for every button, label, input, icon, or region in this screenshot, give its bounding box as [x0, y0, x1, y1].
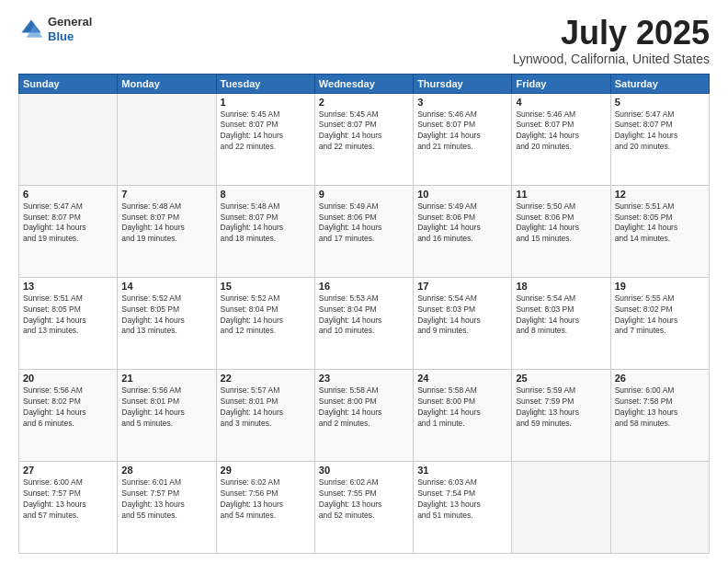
- calendar-cell: 19Sunrise: 5:55 AM Sunset: 8:02 PM Dayli…: [610, 277, 709, 369]
- weekday-header-sunday: Sunday: [19, 74, 118, 93]
- calendar-cell: 24Sunrise: 5:58 AM Sunset: 8:00 PM Dayli…: [414, 369, 512, 461]
- week-row-5: 27Sunrise: 6:00 AM Sunset: 7:57 PM Dayli…: [19, 461, 710, 553]
- calendar-cell: 20Sunrise: 5:56 AM Sunset: 8:02 PM Dayli…: [19, 369, 118, 461]
- weekday-header-row: SundayMondayTuesdayWednesdayThursdayFrid…: [19, 74, 710, 93]
- calendar-cell: 17Sunrise: 5:54 AM Sunset: 8:03 PM Dayli…: [414, 277, 512, 369]
- day-info: Sunrise: 5:45 AM Sunset: 8:07 PM Dayligh…: [319, 109, 409, 154]
- week-row-4: 20Sunrise: 5:56 AM Sunset: 8:02 PM Dayli…: [19, 369, 710, 461]
- day-number: 3: [417, 97, 507, 108]
- calendar-cell: [19, 93, 118, 185]
- day-number: 20: [23, 373, 113, 384]
- calendar-cell: 22Sunrise: 5:57 AM Sunset: 8:01 PM Dayli…: [216, 369, 314, 461]
- day-number: 8: [221, 189, 311, 200]
- day-number: 4: [516, 97, 606, 108]
- day-info: Sunrise: 6:03 AM Sunset: 7:54 PM Dayligh…: [417, 477, 507, 522]
- day-info: Sunrise: 5:56 AM Sunset: 8:01 PM Dayligh…: [121, 385, 211, 430]
- calendar-cell: 21Sunrise: 5:56 AM Sunset: 8:01 PM Dayli…: [118, 369, 216, 461]
- day-info: Sunrise: 5:52 AM Sunset: 8:04 PM Dayligh…: [221, 293, 311, 338]
- day-number: 21: [121, 373, 211, 384]
- day-info: Sunrise: 5:56 AM Sunset: 8:02 PM Dayligh…: [23, 385, 113, 430]
- day-info: Sunrise: 5:50 AM Sunset: 8:06 PM Dayligh…: [516, 201, 606, 246]
- day-number: 24: [417, 373, 507, 384]
- calendar-cell: 14Sunrise: 5:52 AM Sunset: 8:05 PM Dayli…: [118, 277, 216, 369]
- week-row-2: 6Sunrise: 5:47 AM Sunset: 8:07 PM Daylig…: [19, 185, 710, 277]
- day-info: Sunrise: 6:00 AM Sunset: 7:58 PM Dayligh…: [615, 385, 705, 430]
- day-number: 18: [516, 281, 606, 292]
- day-number: 11: [516, 189, 606, 200]
- calendar-cell: 15Sunrise: 5:52 AM Sunset: 8:04 PM Dayli…: [216, 277, 314, 369]
- calendar-cell: 28Sunrise: 6:01 AM Sunset: 7:57 PM Dayli…: [118, 461, 216, 553]
- calendar-cell: [118, 93, 216, 185]
- week-row-3: 13Sunrise: 5:51 AM Sunset: 8:05 PM Dayli…: [19, 277, 710, 369]
- day-info: Sunrise: 6:01 AM Sunset: 7:57 PM Dayligh…: [121, 477, 211, 522]
- calendar-cell: 26Sunrise: 6:00 AM Sunset: 7:58 PM Dayli…: [610, 369, 709, 461]
- day-number: 13: [23, 281, 113, 292]
- calendar-cell: 3Sunrise: 5:46 AM Sunset: 8:07 PM Daylig…: [414, 93, 512, 185]
- day-number: 19: [615, 281, 705, 292]
- calendar-cell: 12Sunrise: 5:51 AM Sunset: 8:05 PM Dayli…: [610, 185, 709, 277]
- calendar-cell: 25Sunrise: 5:59 AM Sunset: 7:59 PM Dayli…: [512, 369, 610, 461]
- day-info: Sunrise: 5:54 AM Sunset: 8:03 PM Dayligh…: [417, 293, 507, 338]
- calendar-cell: 2Sunrise: 5:45 AM Sunset: 8:07 PM Daylig…: [314, 93, 413, 185]
- weekday-header-wednesday: Wednesday: [314, 74, 413, 93]
- day-info: Sunrise: 5:51 AM Sunset: 8:05 PM Dayligh…: [615, 201, 705, 246]
- calendar-cell: 29Sunrise: 6:02 AM Sunset: 7:56 PM Dayli…: [216, 461, 314, 553]
- calendar-cell: 8Sunrise: 5:48 AM Sunset: 8:07 PM Daylig…: [216, 185, 314, 277]
- calendar-cell: 16Sunrise: 5:53 AM Sunset: 8:04 PM Dayli…: [314, 277, 413, 369]
- day-number: 26: [615, 373, 705, 384]
- day-info: Sunrise: 5:49 AM Sunset: 8:06 PM Dayligh…: [417, 201, 507, 246]
- day-info: Sunrise: 5:48 AM Sunset: 8:07 PM Dayligh…: [221, 201, 311, 246]
- logo-text: General Blue: [48, 15, 92, 43]
- day-number: 25: [516, 373, 606, 384]
- day-info: Sunrise: 5:54 AM Sunset: 8:03 PM Dayligh…: [516, 293, 606, 338]
- weekday-header-friday: Friday: [512, 74, 610, 93]
- day-info: Sunrise: 5:46 AM Sunset: 8:07 PM Dayligh…: [417, 109, 507, 154]
- calendar-cell: 4Sunrise: 5:46 AM Sunset: 8:07 PM Daylig…: [512, 93, 610, 185]
- day-info: Sunrise: 5:58 AM Sunset: 8:00 PM Dayligh…: [417, 385, 507, 430]
- calendar-cell: 7Sunrise: 5:48 AM Sunset: 8:07 PM Daylig…: [118, 185, 216, 277]
- calendar-table: SundayMondayTuesdayWednesdayThursdayFrid…: [18, 74, 710, 554]
- week-row-1: 1Sunrise: 5:45 AM Sunset: 8:07 PM Daylig…: [19, 93, 710, 185]
- day-info: Sunrise: 5:59 AM Sunset: 7:59 PM Dayligh…: [516, 385, 606, 430]
- day-number: 2: [319, 97, 409, 108]
- calendar-cell: [610, 461, 709, 553]
- calendar-cell: 18Sunrise: 5:54 AM Sunset: 8:03 PM Dayli…: [512, 277, 610, 369]
- calendar-cell: 23Sunrise: 5:58 AM Sunset: 8:00 PM Dayli…: [314, 369, 413, 461]
- day-number: 9: [319, 189, 409, 200]
- day-info: Sunrise: 5:57 AM Sunset: 8:01 PM Dayligh…: [221, 385, 311, 430]
- day-info: Sunrise: 5:46 AM Sunset: 8:07 PM Dayligh…: [516, 109, 606, 154]
- day-info: Sunrise: 6:00 AM Sunset: 7:57 PM Dayligh…: [23, 477, 113, 522]
- day-info: Sunrise: 5:53 AM Sunset: 8:04 PM Dayligh…: [319, 293, 409, 338]
- weekday-header-tuesday: Tuesday: [216, 74, 314, 93]
- day-info: Sunrise: 5:47 AM Sunset: 8:07 PM Dayligh…: [615, 109, 705, 154]
- day-number: 30: [319, 465, 409, 476]
- day-number: 27: [23, 465, 113, 476]
- weekday-header-saturday: Saturday: [610, 74, 709, 93]
- day-info: Sunrise: 5:49 AM Sunset: 8:06 PM Dayligh…: [319, 201, 409, 246]
- title-block: July 2025 Lynwood, California, United St…: [513, 15, 710, 66]
- day-number: 14: [121, 281, 211, 292]
- calendar-cell: 10Sunrise: 5:49 AM Sunset: 8:06 PM Dayli…: [414, 185, 512, 277]
- day-number: 12: [615, 189, 705, 200]
- day-number: 29: [221, 465, 311, 476]
- logo: General Blue: [18, 15, 92, 43]
- day-info: Sunrise: 5:55 AM Sunset: 8:02 PM Dayligh…: [615, 293, 705, 338]
- calendar-cell: 13Sunrise: 5:51 AM Sunset: 8:05 PM Dayli…: [19, 277, 118, 369]
- calendar-title: July 2025: [513, 15, 710, 52]
- calendar-cell: 30Sunrise: 6:02 AM Sunset: 7:55 PM Dayli…: [314, 461, 413, 553]
- weekday-header-thursday: Thursday: [414, 74, 512, 93]
- day-number: 23: [319, 373, 409, 384]
- logo-icon: [18, 17, 44, 42]
- calendar-cell: 9Sunrise: 5:49 AM Sunset: 8:06 PM Daylig…: [314, 185, 413, 277]
- day-number: 16: [319, 281, 409, 292]
- day-number: 1: [221, 97, 311, 108]
- calendar-cell: 11Sunrise: 5:50 AM Sunset: 8:06 PM Dayli…: [512, 185, 610, 277]
- day-number: 22: [221, 373, 311, 384]
- calendar-cell: 1Sunrise: 5:45 AM Sunset: 8:07 PM Daylig…: [216, 93, 314, 185]
- calendar-cell: 27Sunrise: 6:00 AM Sunset: 7:57 PM Dayli…: [19, 461, 118, 553]
- day-number: 5: [615, 97, 705, 108]
- day-info: Sunrise: 5:45 AM Sunset: 8:07 PM Dayligh…: [221, 109, 311, 154]
- calendar-cell: [512, 461, 610, 553]
- day-info: Sunrise: 6:02 AM Sunset: 7:55 PM Dayligh…: [319, 477, 409, 522]
- day-info: Sunrise: 5:48 AM Sunset: 8:07 PM Dayligh…: [121, 201, 211, 246]
